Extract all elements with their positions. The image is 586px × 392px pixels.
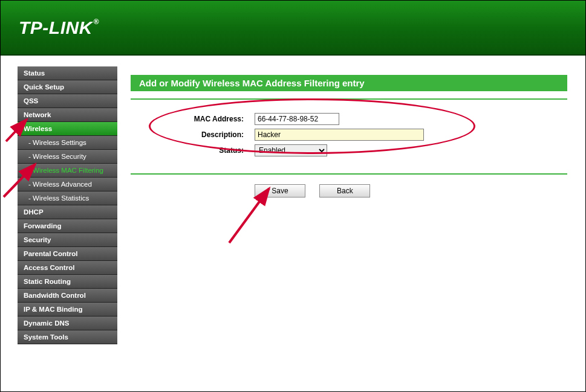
sidebar-item-wireless-statistics[interactable]: - Wireless Statistics <box>18 191 117 205</box>
button-row: Save Back <box>131 184 567 198</box>
row-mac: MAC Address: <box>131 113 567 125</box>
label-status: Status: <box>131 146 255 155</box>
nav-menu: StatusQuick SetupQSSNetworkWireless- Wir… <box>18 66 117 344</box>
description-input[interactable] <box>255 129 424 141</box>
sidebar-item-system-tools[interactable]: System Tools <box>18 330 117 344</box>
registered-mark: ® <box>94 18 99 26</box>
page-title: Add or Modify Wireless MAC Address Filte… <box>131 75 567 91</box>
sidebar: StatusQuick SetupQSSNetworkWireless- Wir… <box>1 56 117 390</box>
sidebar-item-wireless[interactable]: Wireless <box>18 122 117 136</box>
sidebar-item-static-routing[interactable]: Static Routing <box>18 275 117 289</box>
sidebar-item-bandwidth-control[interactable]: Bandwidth Control <box>18 289 117 303</box>
sidebar-item-dhcp[interactable]: DHCP <box>18 205 117 219</box>
sidebar-item-wireless-advanced[interactable]: - Wireless Advanced <box>18 178 117 191</box>
sidebar-item-parental-control[interactable]: Parental Control <box>18 247 117 261</box>
main-content: Add or Modify Wireless MAC Address Filte… <box>117 56 585 390</box>
sidebar-item-dynamic-dns[interactable]: Dynamic DNS <box>18 316 117 330</box>
brand-text: TP-LINK <box>19 18 93 37</box>
label-mac: MAC Address: <box>131 115 255 123</box>
back-button[interactable]: Back <box>319 184 370 198</box>
label-description: Description: <box>131 130 255 139</box>
row-status: Status: EnabledDisabled <box>131 144 567 156</box>
sidebar-item-wireless-mac-filtering[interactable]: - Wireless MAC Filtering <box>18 164 117 178</box>
sidebar-item-qss[interactable]: QSS <box>18 94 117 108</box>
status-select[interactable]: EnabledDisabled <box>255 144 327 156</box>
sidebar-item-status[interactable]: Status <box>18 66 117 80</box>
sidebar-item-access-control[interactable]: Access Control <box>18 261 117 275</box>
sidebar-item-wireless-settings[interactable]: - Wireless Settings <box>18 136 117 150</box>
sidebar-item-wireless-security[interactable]: - Wireless Security <box>18 150 117 164</box>
brand-logo: TP-LINK® <box>19 18 99 38</box>
header-bar: TP-LINK® <box>1 1 585 56</box>
form-block: MAC Address: Description: Status: Enable… <box>131 109 567 166</box>
sidebar-item-security[interactable]: Security <box>18 233 117 247</box>
sidebar-item-network[interactable]: Network <box>18 108 117 122</box>
sidebar-item-ip-mac-binding[interactable]: IP & MAC Binding <box>18 303 117 316</box>
divider-bottom <box>131 173 567 175</box>
save-button[interactable]: Save <box>255 184 305 198</box>
mac-address-input[interactable] <box>255 113 339 125</box>
row-description: Description: <box>131 129 567 141</box>
sidebar-item-quick-setup[interactable]: Quick Setup <box>18 80 117 94</box>
sidebar-item-forwarding[interactable]: Forwarding <box>18 219 117 233</box>
divider-top <box>131 98 567 100</box>
